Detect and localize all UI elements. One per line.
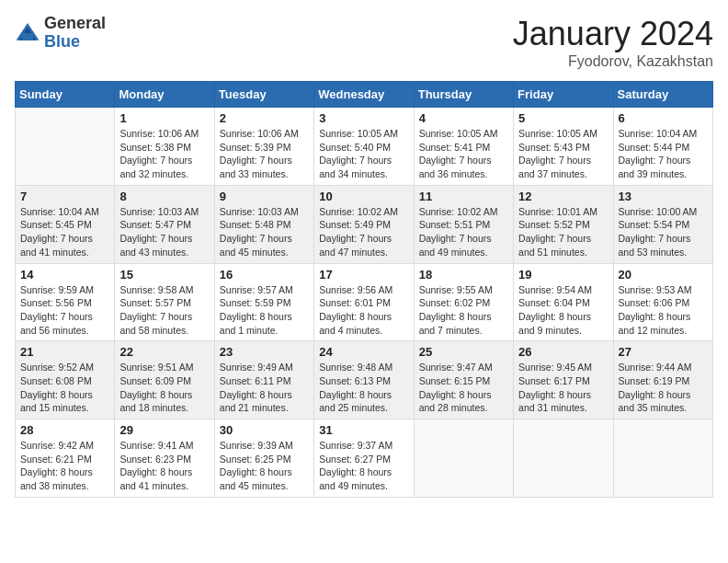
day-info: Sunrise: 10:02 AMSunset: 5:51 PMDaylight… xyxy=(419,205,508,259)
calendar-day-cell xyxy=(414,419,513,498)
day-number: 18 xyxy=(419,268,508,282)
day-number: 24 xyxy=(319,345,408,359)
calendar-day-cell: 28Sunrise: 9:42 AMSunset: 6:21 PMDayligh… xyxy=(16,419,115,498)
calendar-day-cell: 31Sunrise: 9:37 AMSunset: 6:27 PMDayligh… xyxy=(314,419,414,498)
calendar-day-cell xyxy=(16,108,115,186)
day-info: Sunrise: 9:37 AMSunset: 6:27 PMDaylight:… xyxy=(319,439,408,493)
calendar-day-cell: 10Sunrise: 10:02 AMSunset: 5:49 PMDaylig… xyxy=(314,185,414,263)
day-number: 10 xyxy=(319,190,408,203)
calendar-day-cell: 7Sunrise: 10:04 AMSunset: 5:45 PMDayligh… xyxy=(16,185,115,263)
calendar-day-cell: 27Sunrise: 9:44 AMSunset: 6:19 PMDayligh… xyxy=(613,341,712,419)
day-number: 5 xyxy=(518,111,608,125)
calendar-day-cell: 2Sunrise: 10:06 AMSunset: 5:39 PMDayligh… xyxy=(214,108,313,186)
calendar-week-row: 28Sunrise: 9:42 AMSunset: 6:21 PMDayligh… xyxy=(16,419,713,498)
day-info: Sunrise: 9:57 AMSunset: 5:59 PMDaylight:… xyxy=(220,283,309,338)
svg-rect-2 xyxy=(22,33,33,40)
calendar-day-cell xyxy=(613,419,712,498)
day-number: 29 xyxy=(119,423,209,437)
calendar-day-cell: 29Sunrise: 9:41 AMSunset: 6:23 PMDayligh… xyxy=(115,419,214,498)
day-number: 26 xyxy=(518,345,608,359)
logo-blue: Blue xyxy=(44,33,106,52)
calendar-day-cell: 25Sunrise: 9:47 AMSunset: 6:15 PMDayligh… xyxy=(414,341,513,419)
day-number: 23 xyxy=(220,345,309,359)
day-info: Sunrise: 9:42 AMSunset: 6:21 PMDaylight:… xyxy=(20,439,109,493)
day-number: 14 xyxy=(20,268,109,282)
day-info: Sunrise: 9:44 AMSunset: 6:19 PMDaylight:… xyxy=(619,361,708,415)
day-number: 12 xyxy=(518,190,608,203)
day-info: Sunrise: 9:54 AMSunset: 6:04 PMDaylight:… xyxy=(518,283,608,338)
day-info: Sunrise: 9:45 AMSunset: 6:17 PMDaylight:… xyxy=(518,361,608,415)
day-info: Sunrise: 9:39 AMSunset: 6:25 PMDaylight:… xyxy=(220,439,309,493)
day-number: 2 xyxy=(220,111,309,125)
location: Fyodorov, Kazakhstan xyxy=(513,53,713,70)
day-number: 15 xyxy=(119,268,209,282)
calendar-day-cell: 5Sunrise: 10:05 AMSunset: 5:43 PMDayligh… xyxy=(514,108,613,186)
day-number: 28 xyxy=(20,423,109,437)
day-info: Sunrise: 9:59 AMSunset: 5:56 PMDaylight:… xyxy=(20,283,109,338)
weekday-header: Saturday xyxy=(613,82,712,108)
weekday-header: Thursday xyxy=(414,82,513,108)
day-info: Sunrise: 10:06 AMSunset: 5:39 PMDaylight… xyxy=(220,127,309,181)
day-info: Sunrise: 10:05 AMSunset: 5:43 PMDaylight… xyxy=(518,127,608,181)
calendar-week-row: 14Sunrise: 9:59 AMSunset: 5:56 PMDayligh… xyxy=(16,263,713,341)
calendar-week-row: 1Sunrise: 10:06 AMSunset: 5:38 PMDayligh… xyxy=(16,108,713,186)
calendar-day-cell: 4Sunrise: 10:05 AMSunset: 5:41 PMDayligh… xyxy=(414,108,513,186)
calendar-day-cell: 19Sunrise: 9:54 AMSunset: 6:04 PMDayligh… xyxy=(514,263,613,341)
day-info: Sunrise: 9:51 AMSunset: 6:09 PMDaylight:… xyxy=(119,361,209,415)
day-info: Sunrise: 10:02 AMSunset: 5:49 PMDaylight… xyxy=(319,205,408,259)
day-number: 11 xyxy=(419,190,508,203)
day-number: 17 xyxy=(319,268,408,282)
day-info: Sunrise: 9:58 AMSunset: 5:57 PMDaylight:… xyxy=(119,283,209,338)
day-info: Sunrise: 9:47 AMSunset: 6:15 PMDaylight:… xyxy=(419,361,508,415)
calendar-day-cell: 9Sunrise: 10:03 AMSunset: 5:48 PMDayligh… xyxy=(214,185,313,263)
day-number: 3 xyxy=(319,111,408,125)
day-number: 9 xyxy=(220,190,309,203)
logo: General Blue xyxy=(15,15,106,52)
weekday-header: Sunday xyxy=(16,82,115,108)
day-info: Sunrise: 10:05 AMSunset: 5:41 PMDaylight… xyxy=(419,127,508,181)
calendar-day-cell: 22Sunrise: 9:51 AMSunset: 6:09 PMDayligh… xyxy=(115,341,214,419)
day-number: 31 xyxy=(319,423,408,437)
calendar-day-cell: 13Sunrise: 10:00 AMSunset: 5:54 PMDaylig… xyxy=(613,185,712,263)
day-number: 25 xyxy=(419,345,508,359)
day-number: 21 xyxy=(20,345,109,359)
day-number: 8 xyxy=(119,190,209,203)
calendar-day-cell: 15Sunrise: 9:58 AMSunset: 5:57 PMDayligh… xyxy=(115,263,214,341)
day-number: 16 xyxy=(220,268,309,282)
day-info: Sunrise: 10:01 AMSunset: 5:52 PMDaylight… xyxy=(518,205,608,259)
calendar-day-cell: 1Sunrise: 10:06 AMSunset: 5:38 PMDayligh… xyxy=(115,108,214,186)
calendar-day-cell: 6Sunrise: 10:04 AMSunset: 5:44 PMDayligh… xyxy=(613,108,712,186)
weekday-header-row: SundayMondayTuesdayWednesdayThursdayFrid… xyxy=(16,82,713,108)
month-title: January 2024 xyxy=(513,15,713,53)
title-block: January 2024 Fyodorov, Kazakhstan xyxy=(513,15,713,70)
day-info: Sunrise: 9:48 AMSunset: 6:13 PMDaylight:… xyxy=(319,361,408,415)
calendar-day-cell: 14Sunrise: 9:59 AMSunset: 5:56 PMDayligh… xyxy=(16,263,115,341)
calendar-day-cell: 3Sunrise: 10:05 AMSunset: 5:40 PMDayligh… xyxy=(314,108,414,186)
calendar-day-cell: 26Sunrise: 9:45 AMSunset: 6:17 PMDayligh… xyxy=(514,341,613,419)
calendar-day-cell: 30Sunrise: 9:39 AMSunset: 6:25 PMDayligh… xyxy=(214,419,313,498)
day-info: Sunrise: 10:06 AMSunset: 5:38 PMDaylight… xyxy=(119,127,209,181)
calendar-table: SundayMondayTuesdayWednesdayThursdayFrid… xyxy=(15,81,713,498)
calendar-day-cell: 20Sunrise: 9:53 AMSunset: 6:06 PMDayligh… xyxy=(613,263,712,341)
day-number: 13 xyxy=(619,190,708,203)
weekday-header: Tuesday xyxy=(214,82,313,108)
day-number: 19 xyxy=(518,268,608,282)
page-header: General Blue January 2024 Fyodorov, Kaza… xyxy=(15,15,713,70)
day-info: Sunrise: 9:53 AMSunset: 6:06 PMDaylight:… xyxy=(619,283,708,338)
day-number: 6 xyxy=(619,111,708,125)
calendar-day-cell xyxy=(514,419,613,498)
calendar-day-cell: 21Sunrise: 9:52 AMSunset: 6:08 PMDayligh… xyxy=(16,341,115,419)
calendar-day-cell: 23Sunrise: 9:49 AMSunset: 6:11 PMDayligh… xyxy=(214,341,313,419)
calendar-day-cell: 18Sunrise: 9:55 AMSunset: 6:02 PMDayligh… xyxy=(414,263,513,341)
weekday-header: Wednesday xyxy=(314,82,414,108)
calendar-day-cell: 24Sunrise: 9:48 AMSunset: 6:13 PMDayligh… xyxy=(314,341,414,419)
day-number: 22 xyxy=(119,345,209,359)
calendar-day-cell: 11Sunrise: 10:02 AMSunset: 5:51 PMDaylig… xyxy=(414,185,513,263)
logo-icon xyxy=(15,20,40,46)
calendar-day-cell: 16Sunrise: 9:57 AMSunset: 5:59 PMDayligh… xyxy=(214,263,313,341)
day-info: Sunrise: 10:04 AMSunset: 5:44 PMDaylight… xyxy=(619,127,708,181)
day-number: 27 xyxy=(619,345,708,359)
day-info: Sunrise: 10:04 AMSunset: 5:45 PMDaylight… xyxy=(20,205,109,259)
day-info: Sunrise: 10:03 AMSunset: 5:48 PMDaylight… xyxy=(220,205,309,259)
day-info: Sunrise: 9:49 AMSunset: 6:11 PMDaylight:… xyxy=(220,361,309,415)
